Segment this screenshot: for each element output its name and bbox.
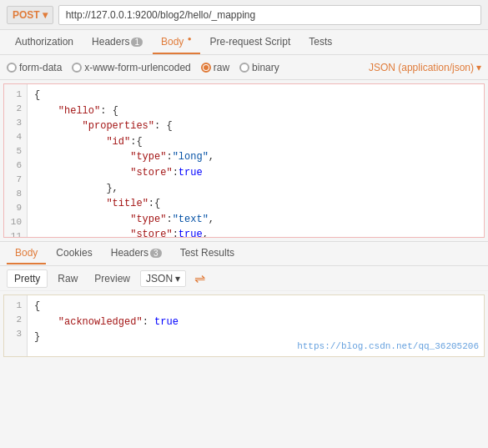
body-dot: ●: [188, 35, 192, 43]
option-form-data[interactable]: form-data: [7, 62, 62, 73]
response-tabs: Body Cookies Headers3 Test Results: [0, 241, 488, 266]
method-chevron: ▾: [43, 9, 48, 21]
option-binary[interactable]: binary: [239, 62, 279, 73]
tab-body[interactable]: Body ●: [153, 30, 200, 54]
response-line-numbers: 123: [4, 295, 28, 356]
tab-headers[interactable]: Headers1: [83, 31, 151, 54]
json-format-label[interactable]: JSON (application/json) ▾: [369, 62, 481, 73]
fmt-tab-pretty[interactable]: Pretty: [7, 269, 48, 288]
format-select[interactable]: JSON ▾: [140, 270, 186, 287]
wrap-icon[interactable]: ⇌: [194, 270, 205, 286]
tab-authorization[interactable]: Authorization: [7, 31, 82, 54]
format-row: Pretty Raw Preview JSON ▾ ⇌: [0, 266, 488, 291]
format-chevron: ▾: [175, 273, 180, 284]
request-code-content[interactable]: { "hello": { "properties": { "id":{ "typ…: [28, 84, 484, 237]
option-raw[interactable]: raw: [201, 62, 229, 73]
resp-tab-body[interactable]: Body: [7, 243, 46, 264]
tab-pre-request[interactable]: Pre-request Script: [202, 31, 299, 54]
radio-form-data[interactable]: [7, 63, 17, 73]
fmt-tab-preview[interactable]: Preview: [88, 270, 137, 287]
method-label: POST: [13, 9, 40, 21]
url-input[interactable]: http://127.0.0.1:9200/blog2/hello/_mappi…: [58, 5, 481, 25]
radio-binary[interactable]: [239, 63, 249, 73]
nav-tabs: Authorization Headers1 Body ● Pre-reques…: [0, 30, 488, 55]
request-code-editor[interactable]: 1234567891011121314151617 { "hello": { "…: [3, 83, 485, 238]
radio-raw[interactable]: [201, 63, 211, 73]
method-select[interactable]: POST ▾: [7, 6, 53, 24]
response-code-editor[interactable]: 123 { "acknowledged": true } https://blo…: [3, 294, 485, 357]
request-line-numbers: 1234567891011121314151617: [4, 84, 28, 237]
option-urlencoded[interactable]: x-www-form-urlencoded: [72, 62, 190, 73]
resp-tab-cookies[interactable]: Cookies: [48, 243, 100, 264]
tab-tests[interactable]: Tests: [300, 31, 340, 54]
json-chevron: ▾: [476, 62, 481, 73]
resp-tab-headers[interactable]: Headers3: [103, 243, 170, 264]
fmt-tab-raw[interactable]: Raw: [51, 270, 84, 287]
top-bar: POST ▾ http://127.0.0.1:9200/blog2/hello…: [0, 0, 488, 30]
radio-urlencoded[interactable]: [72, 63, 82, 73]
body-type-row: form-data x-www-form-urlencoded raw bina…: [0, 55, 488, 80]
resp-tab-test-results[interactable]: Test Results: [172, 243, 243, 264]
headers-badge: 3: [150, 249, 162, 258]
watermark: https://blog.csdn.net/qq_36205206: [297, 341, 479, 351]
